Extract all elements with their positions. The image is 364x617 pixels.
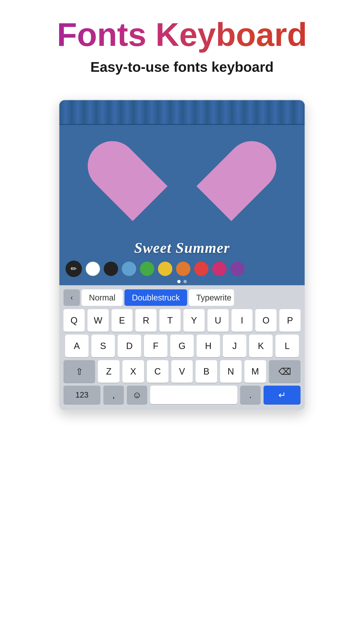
color-picker-row: ✏ (65, 261, 299, 277)
pagination-dot-2[interactable] (183, 280, 187, 283)
key-k[interactable]: K (249, 335, 273, 357)
back-icon: ‹ (70, 293, 73, 302)
heart-container (133, 143, 231, 233)
heart-shape (133, 143, 231, 233)
key-row-4: 123 , ☺ . ↵ (64, 386, 300, 404)
return-key[interactable]: ↵ (263, 386, 300, 404)
font-tab-normal[interactable]: Normal (81, 289, 123, 306)
key-z[interactable]: Z (98, 360, 119, 383)
color-green[interactable] (140, 262, 154, 276)
app-subtitle: Easy-to-use fonts keyboard (8, 59, 356, 75)
emoji-icon: ☺ (132, 390, 142, 400)
key-w[interactable]: W (88, 309, 109, 332)
key-row-3: ⇧ Z X C V B N M ⌫ (64, 360, 300, 383)
key-y[interactable]: Y (183, 309, 205, 332)
color-white[interactable] (86, 262, 100, 276)
color-purple[interactable] (230, 262, 245, 276)
key-space[interactable] (150, 386, 237, 404)
app-title: Fonts Keyboard (8, 16, 356, 53)
key-row-1: Q W E R T Y U I O P (64, 309, 300, 332)
key-j[interactable]: J (223, 335, 246, 357)
key-m[interactable]: M (245, 360, 266, 383)
key-f[interactable]: F (144, 335, 168, 357)
key-l[interactable]: L (275, 335, 299, 357)
keyboard-section: ‹ Normal Doublestruck Typewrite Q W E R … (59, 285, 305, 410)
key-comma[interactable]: , (103, 386, 124, 404)
color-light-blue[interactable] (122, 262, 136, 276)
font-type-row: ‹ Normal Doublestruck Typewrite (64, 289, 300, 306)
key-h[interactable]: H (196, 335, 220, 357)
phone-screen: Sweet Summer ✏ (59, 99, 305, 411)
key-e[interactable]: E (112, 309, 133, 332)
key-rows: Q W E R T Y U I O P A S D F G (64, 309, 300, 404)
key-period[interactable]: . (240, 386, 261, 404)
font-tab-doublestruck[interactable]: Doublestruck (125, 289, 187, 306)
phone-wrapper: Sweet Summer ✏ (59, 99, 305, 411)
key-x[interactable]: X (122, 360, 144, 383)
key-u[interactable]: U (208, 309, 229, 332)
key-o[interactable]: O (255, 309, 276, 332)
pagination-dot-1[interactable] (177, 280, 181, 283)
key-n[interactable]: N (220, 360, 242, 383)
key-r[interactable]: R (135, 309, 156, 332)
color-orange[interactable] (176, 262, 190, 276)
key-c[interactable]: C (147, 360, 169, 383)
key-t[interactable]: T (159, 309, 181, 332)
key-emoji[interactable]: ☺ (127, 386, 147, 404)
color-black[interactable] (104, 262, 118, 276)
key-g[interactable]: G (170, 335, 194, 357)
key-v[interactable]: V (171, 360, 193, 383)
header: Fonts Keyboard Easy-to-use fonts keyboar… (0, 0, 364, 99)
key-b[interactable]: B (195, 360, 217, 383)
font-tab-typewriter[interactable]: Typewrite (189, 289, 234, 306)
image-area: Sweet Summer ✏ (59, 100, 305, 285)
pen-icon: ✏ (71, 264, 77, 273)
return-icon: ↵ (278, 390, 286, 400)
color-yellow[interactable] (158, 262, 172, 276)
overlay-text: Sweet Summer (134, 239, 230, 257)
back-button[interactable]: ‹ (64, 289, 80, 306)
key-i[interactable]: I (232, 309, 253, 332)
pen-button[interactable]: ✏ (65, 261, 82, 277)
key-d[interactable]: D (118, 335, 141, 357)
key-s[interactable]: S (91, 335, 115, 357)
pagination-dots (177, 280, 187, 283)
key-q[interactable]: Q (64, 309, 85, 332)
key-p[interactable]: P (279, 309, 300, 332)
color-pink[interactable] (212, 262, 227, 276)
delete-key[interactable]: ⌫ (269, 360, 300, 383)
curtain (59, 100, 305, 125)
key-a[interactable]: A (65, 335, 89, 357)
shift-key[interactable]: ⇧ (64, 360, 95, 383)
key-row-2: A S D F G H J K L (64, 335, 300, 357)
key-123[interactable]: 123 (64, 386, 101, 404)
color-red[interactable] (194, 262, 208, 276)
